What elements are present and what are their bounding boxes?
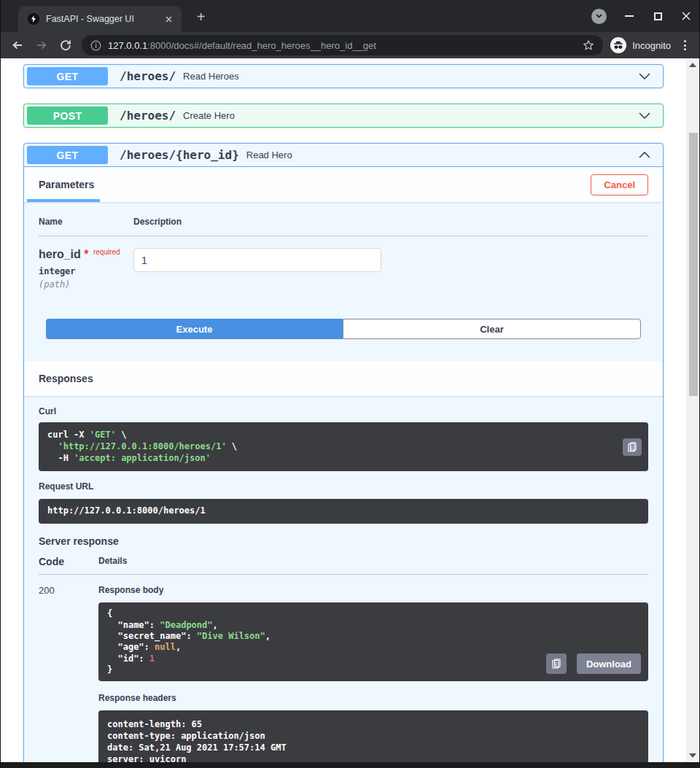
- method-badge-get: GET: [27, 67, 108, 85]
- server-response-table-header: Code Details: [39, 556, 648, 575]
- request-url-block: http://127.0.0.1:8000/heroes/1: [39, 499, 648, 524]
- opblock-summary-create-hero[interactable]: POST /heroes/ Create Hero: [24, 104, 663, 127]
- maximize-button[interactable]: [652, 10, 664, 22]
- responses-body: Curl curl -X 'GET' \ 'http://127.0.0.1:8…: [24, 396, 663, 762]
- header-line: content-type: application/json: [107, 731, 639, 742]
- address-bar[interactable]: 127.0.0.1:8000/docs#/default/read_hero_h…: [82, 35, 603, 55]
- chevron-up-icon[interactable]: [639, 152, 650, 158]
- forward-icon[interactable]: [34, 37, 50, 53]
- curl-line-1: curl -X 'GET' \: [47, 430, 619, 441]
- parameters-section-header: Parameters Cancel: [24, 167, 663, 202]
- hero-id-input[interactable]: [133, 248, 381, 272]
- response-headers-block: content-length: 65 content-type: applica…: [98, 710, 648, 762]
- column-header-details: Details: [98, 556, 127, 567]
- opblock-post-create-hero: POST /heroes/ Create Hero: [23, 104, 664, 128]
- tab-strip: FastAPI - Swagger UI +: [1, 0, 699, 32]
- header-line: server: uvicorn: [107, 754, 639, 762]
- parameter-type: integer: [39, 266, 133, 276]
- url-host: 127.0.0.1: [108, 40, 147, 51]
- server-response-title: Server response: [39, 535, 648, 547]
- parameters-table-header: Name Description: [39, 208, 648, 236]
- json-line: {: [107, 608, 639, 619]
- window-close-button[interactable]: [680, 10, 692, 22]
- scrollbar-up-arrow-icon[interactable]: [689, 63, 696, 67]
- request-url-label: Request URL: [39, 481, 648, 492]
- json-line: "age": null,: [107, 642, 639, 653]
- fastapi-favicon-icon: [28, 13, 39, 25]
- chevron-down-icon[interactable]: [639, 73, 650, 79]
- response-body-label: Response body: [98, 585, 648, 595]
- execute-button[interactable]: Execute: [46, 319, 343, 339]
- execute-wrapper: Execute Clear: [24, 319, 663, 339]
- server-response-row: 200 Response body { "name": "Deadpond", …: [39, 583, 648, 762]
- response-headers-label: Response headers: [98, 693, 648, 703]
- site-info-icon[interactable]: [90, 40, 101, 51]
- copy-curl-button[interactable]: [623, 438, 642, 456]
- opblock-get-read-heroes: GET /heroes/ Read Heroes: [23, 64, 664, 88]
- parameter-row-hero-id: hero_id * required integer (path): [39, 236, 648, 319]
- opblock-get-read-hero: GET /heroes/{hero_id} Read Hero Paramete…: [23, 143, 664, 762]
- response-body-block: { "name": "Deadpond", "secret_name": "Di…: [98, 602, 648, 681]
- json-line: "secret_name": "Dive Wilson",: [107, 631, 639, 642]
- new-tab-button[interactable]: +: [195, 10, 207, 23]
- incognito-icon: [610, 37, 626, 53]
- tab-title: FastAPI - Swagger UI: [46, 14, 163, 24]
- incognito-badge: Incognito: [610, 37, 671, 53]
- browser-tab[interactable]: FastAPI - Swagger UI: [18, 6, 182, 32]
- responses-section-header: Responses: [24, 361, 663, 396]
- browser-menu-caret-icon[interactable]: [591, 9, 607, 24]
- incognito-label: Incognito: [632, 40, 671, 51]
- back-icon[interactable]: [9, 37, 26, 53]
- url-path: :8000/docs#/default/read_hero_heroes__he…: [147, 40, 376, 51]
- curl-line-3: -H 'accept: application/json': [47, 453, 619, 465]
- required-star: *: [84, 248, 88, 260]
- copy-response-button[interactable]: [546, 653, 567, 674]
- opblock-summary-text: Create Hero: [183, 110, 235, 121]
- bookmark-star-icon[interactable]: [583, 39, 594, 51]
- required-label: required: [93, 248, 120, 256]
- header-line: date: Sat,21 Aug 2021 17:57:14 GMT: [107, 742, 639, 754]
- parameters-tab-label: Parameters: [39, 179, 94, 190]
- column-header-name: Name: [39, 217, 133, 227]
- page-content: GET /heroes/ Read Heroes POST /heroes/ C…: [1, 58, 699, 762]
- active-tab-underline: [27, 199, 100, 202]
- curl-label: Curl: [39, 406, 648, 416]
- parameters-table: Name Description hero_id * required inte…: [24, 202, 663, 319]
- window-controls: [591, 0, 692, 32]
- opblock-path: /heroes/: [120, 69, 176, 83]
- tab-close-icon[interactable]: [163, 13, 174, 25]
- request-url-value: http://127.0.0.1:8000/heroes/1: [47, 505, 206, 516]
- response-body-actions: Download: [546, 653, 641, 674]
- kebab-menu-icon[interactable]: [680, 39, 691, 52]
- method-badge-post: POST: [27, 106, 108, 125]
- column-header-code: Code: [39, 556, 98, 567]
- opblock-path: /heroes/: [120, 109, 176, 123]
- curl-line-2: 'http://127.0.0.1:8000/heroes/1' \: [47, 441, 619, 453]
- scrollbar-thumb[interactable]: [689, 133, 698, 396]
- download-button[interactable]: Download: [577, 653, 641, 674]
- parameter-name: hero_id: [39, 248, 81, 260]
- cancel-button[interactable]: Cancel: [591, 174, 648, 195]
- clear-button[interactable]: Clear: [343, 319, 641, 339]
- opblock-summary-read-hero[interactable]: GET /heroes/{hero_id} Read Hero: [24, 144, 663, 167]
- scrollbar-down-arrow-icon[interactable]: [689, 753, 696, 758]
- parameter-name-cell: hero_id * required integer (path): [39, 248, 133, 290]
- window-bottom-edge: [1, 762, 699, 768]
- response-details-cell: Response body { "name": "Deadpond", "sec…: [98, 583, 648, 762]
- chevron-down-icon[interactable]: [639, 112, 650, 119]
- parameter-description-cell: [133, 248, 381, 290]
- opblock-path: /heroes/{hero_id}: [120, 148, 239, 162]
- page-scrollbar[interactable]: [686, 58, 699, 762]
- url-text[interactable]: 127.0.0.1:8000/docs#/default/read_hero_h…: [108, 40, 583, 51]
- browser-window: FastAPI - Swagger UI +: [0, 0, 700, 768]
- tab-parameters[interactable]: Parameters: [39, 167, 94, 202]
- opblock-summary-text: Read Hero: [246, 150, 292, 160]
- header-line: content-length: 65: [107, 719, 639, 731]
- minimize-button[interactable]: [623, 10, 635, 22]
- reload-icon[interactable]: [58, 37, 74, 53]
- parameter-location: (path): [39, 279, 133, 290]
- opblock-summary-read-heroes[interactable]: GET /heroes/ Read Heroes: [24, 65, 663, 88]
- curl-command-block: curl -X 'GET' \ 'http://127.0.0.1:8000/h…: [39, 422, 648, 471]
- status-code: 200: [39, 583, 98, 762]
- swagger-page: GET /heroes/ Read Heroes POST /heroes/ C…: [1, 58, 686, 762]
